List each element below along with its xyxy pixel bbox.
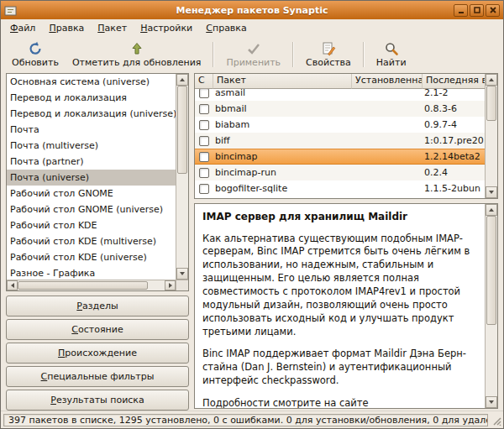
package-checkbox[interactable]	[199, 152, 209, 162]
list-item[interactable]: Почта (multiverse)	[7, 138, 176, 154]
window-title: Менеджер пакетов Synaptic	[1, 5, 503, 16]
column-status[interactable]: С	[195, 74, 213, 89]
column-installed-version[interactable]: Установленная ве	[352, 74, 423, 89]
list-item[interactable]: Почта (partner)	[7, 154, 176, 170]
menu-file[interactable]: Файл	[3, 20, 42, 37]
package-name: bogofilter-sqlite	[213, 183, 354, 194]
scroll-down-icon[interactable]	[486, 186, 497, 198]
menu-help[interactable]: Справка	[199, 20, 253, 37]
package-name: bincimap-run	[213, 167, 354, 178]
scroll-up-icon[interactable]	[176, 74, 188, 86]
category-list-items: Основная система (universe) Перевод и ло…	[7, 74, 176, 280]
list-item[interactable]: Почта	[7, 122, 176, 138]
search-label: Найти	[376, 57, 407, 68]
category-list-vscrollbar[interactable]	[176, 74, 188, 280]
list-item-selected[interactable]: Почта (universe)	[7, 170, 176, 186]
close-icon[interactable]	[486, 4, 500, 17]
list-item[interactable]: Рабочий стол GNOME (universe)	[7, 201, 176, 217]
sections-button[interactable]: Разделы	[6, 296, 189, 317]
list-item[interactable]: Рабочий стол KDE	[7, 217, 176, 233]
scroll-down-icon[interactable]	[486, 396, 497, 408]
latest-version: 0.9.7-4	[424, 119, 485, 130]
scrollbar-thumb[interactable]	[486, 86, 496, 121]
maximize-icon[interactable]	[470, 4, 484, 17]
origin-button[interactable]: Происхождение	[6, 343, 189, 364]
table-row-selected[interactable]: bincimap 1.2.14beta2	[195, 149, 485, 165]
menu-package[interactable]: Пакет	[91, 20, 134, 37]
scrollbar-thumb[interactable]	[18, 281, 148, 290]
table-row[interactable]: asmail 2.1-2	[195, 89, 485, 101]
mark-upgrades-label: Отметить для обновления	[72, 57, 202, 68]
description-content: IMAP сервер для хранилищ Maildir Как аль…	[195, 204, 485, 408]
table-vscrollbar[interactable]	[485, 74, 497, 198]
package-name: biff	[213, 135, 354, 146]
toolbar: Обновить Отметить для обновления Примени…	[1, 38, 503, 71]
properties-button[interactable]: Свойства	[299, 39, 358, 70]
package-checkbox[interactable]	[199, 168, 209, 178]
scroll-up-icon[interactable]	[486, 74, 497, 86]
table-row[interactable]: bogofilter-sqlite 1.1.5-2ubun	[195, 180, 485, 196]
status-cell	[195, 104, 213, 114]
properties-icon	[321, 41, 336, 56]
toolbar-separator	[292, 42, 294, 67]
description-paragraph: Подробности смотрите на сайте http://www…	[202, 397, 478, 408]
scrollbar-thumb[interactable]	[486, 216, 496, 325]
search-button[interactable]: Найти	[370, 39, 413, 70]
toolbar-separator	[213, 42, 214, 67]
status-button[interactable]: Состояние	[6, 319, 189, 340]
status-cell	[195, 136, 213, 146]
menu-settings[interactable]: Настройки	[134, 20, 199, 37]
apply-button[interactable]: Применить	[219, 39, 287, 70]
search-icon	[384, 41, 399, 56]
package-checkbox[interactable]	[199, 184, 209, 194]
category-list: Основная система (universe) Перевод и ло…	[6, 73, 189, 291]
list-item[interactable]: Рабочий стол GNOME	[7, 186, 176, 201]
table-row[interactable]: biff 1:0.17.pre20	[195, 133, 485, 149]
list-item[interactable]: Перевод и локализация (universe)	[7, 106, 176, 122]
list-item[interactable]: Основная система (universe)	[7, 74, 176, 90]
latest-version: 1.1.5-2ubun	[424, 183, 485, 194]
reload-button[interactable]: Обновить	[5, 39, 66, 70]
package-checkbox[interactable]	[199, 120, 209, 130]
status-cell	[195, 120, 213, 130]
list-item[interactable]: Рабочий стол KDE (universe)	[7, 249, 176, 265]
scroll-left-icon[interactable]	[7, 280, 18, 290]
table-header: С Пакет Установленная ве Последняя в	[195, 74, 485, 89]
filter-buttons: Разделы Состояние Происхождение Специаль…	[6, 296, 189, 411]
table-row[interactable]: biabam 0.9.7-4	[195, 117, 485, 133]
description-paragraph: Как альтернатива существующим подобным I…	[202, 233, 478, 339]
reload-icon	[28, 41, 43, 56]
package-checkbox[interactable]	[199, 89, 209, 98]
right-pane: С Пакет Установленная ве Последняя в asm…	[194, 73, 498, 409]
package-checkbox[interactable]	[199, 104, 209, 114]
resize-grip[interactable]	[491, 415, 501, 426]
list-item[interactable]: Перевод и локализация	[7, 90, 176, 106]
menu-edit[interactable]: Правка	[42, 20, 91, 37]
table-row[interactable]: bincimap-run 0.2.4	[195, 165, 485, 180]
column-package[interactable]: Пакет	[213, 74, 352, 89]
column-latest-version[interactable]: Последняя в	[423, 74, 485, 89]
table-row[interactable]: bbmail 0.8.3-6	[195, 101, 485, 117]
status-cell	[195, 168, 213, 178]
description-vscrollbar[interactable]	[485, 204, 497, 408]
scroll-right-icon[interactable]	[165, 280, 176, 290]
app-icon	[4, 3, 18, 17]
package-checkbox[interactable]	[199, 136, 209, 146]
properties-label: Свойства	[306, 57, 351, 68]
scroll-down-icon[interactable]	[176, 268, 188, 280]
scroll-up-icon[interactable]	[486, 204, 497, 216]
scrollbar-thumb[interactable]	[177, 86, 187, 174]
mark-upgrades-button[interactable]: Отметить для обновления	[66, 39, 208, 70]
minimize-icon[interactable]	[454, 4, 468, 17]
synaptic-window: Менеджер пакетов Synaptic Файл Правка Па…	[0, 0, 504, 429]
list-item[interactable]: Разное - Графика	[7, 265, 176, 280]
list-item[interactable]: Рабочий стол KDE (multiverse)	[7, 233, 176, 249]
package-table: С Пакет Установленная ве Последняя в asm…	[194, 73, 498, 199]
left-pane: Основная система (universe) Перевод и ло…	[6, 73, 189, 409]
search-results-button[interactable]: Результаты поиска	[6, 390, 189, 411]
category-list-hscrollbar[interactable]	[7, 280, 176, 290]
package-name: biabam	[213, 119, 354, 130]
custom-filters-button[interactable]: Специальные фильтры	[6, 366, 189, 387]
latest-version: 1:0.17.pre20	[424, 135, 485, 146]
titlebar[interactable]: Менеджер пакетов Synaptic	[1, 1, 503, 19]
